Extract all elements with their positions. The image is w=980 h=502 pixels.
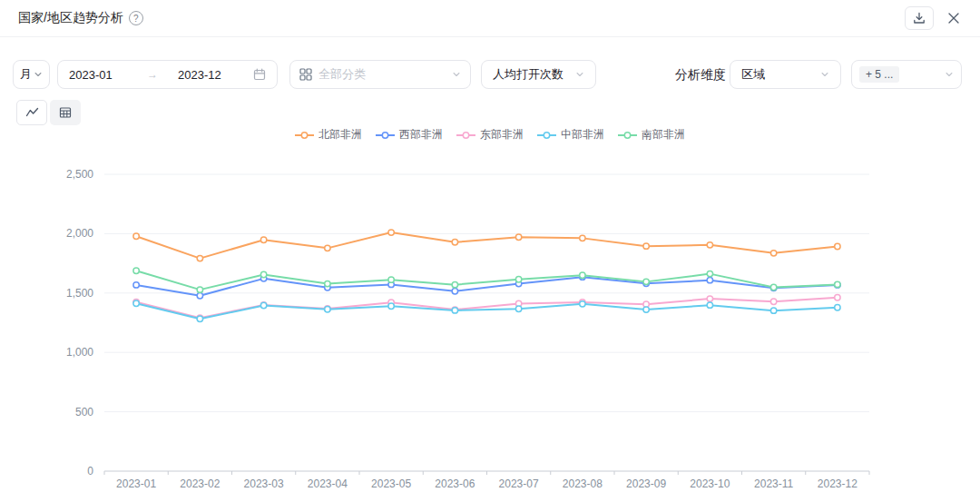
data-point-series-2[interactable] — [770, 299, 776, 304]
data-point-series-1[interactable] — [197, 292, 202, 298]
chevron-down-icon — [575, 70, 584, 79]
legend-item-1[interactable]: 西部非洲 — [376, 127, 443, 143]
y-axis-label: 0 — [87, 465, 93, 477]
y-axis-label: 1,500 — [66, 287, 93, 300]
data-point-series-1[interactable] — [452, 289, 457, 294]
download-icon — [913, 12, 926, 25]
date-range-separator-icon: → — [147, 68, 178, 81]
data-point-series-0[interactable] — [835, 243, 840, 249]
y-axis-label: 2,500 — [66, 168, 93, 181]
x-axis-label: 2023-09 — [626, 477, 666, 490]
data-point-series-4[interactable] — [643, 279, 649, 284]
data-point-series-4[interactable] — [452, 281, 457, 287]
x-axis-label: 2023-07 — [499, 477, 539, 490]
help-icon[interactable]: ? — [129, 11, 143, 25]
x-axis-label: 2023-12 — [818, 477, 858, 490]
trend-analysis-panel: 05001,0001,5002,0002,5002023-012023-0220… — [0, 0, 980, 502]
chart-legend: 北部非洲西部非洲东部非洲中部非洲南部非洲 — [0, 127, 980, 143]
legend-item-3[interactable]: 中部非洲 — [537, 127, 604, 143]
data-point-series-0[interactable] — [388, 230, 394, 235]
data-point-series-2[interactable] — [835, 295, 840, 300]
data-point-series-3[interactable] — [197, 316, 202, 321]
data-point-series-3[interactable] — [580, 301, 585, 307]
data-point-series-0[interactable] — [580, 235, 585, 241]
table-icon — [59, 106, 72, 119]
chevron-down-icon — [820, 70, 829, 79]
data-point-series-0[interactable] — [197, 255, 202, 261]
data-point-series-0[interactable] — [643, 243, 649, 249]
data-point-series-4[interactable] — [580, 272, 585, 278]
x-axis-label: 2023-05 — [371, 477, 411, 490]
table-view-button[interactable] — [50, 100, 81, 125]
category-select[interactable]: 全部分类 — [289, 60, 471, 89]
chevron-down-icon — [452, 70, 461, 79]
data-point-series-4[interactable] — [707, 271, 712, 276]
data-point-series-4[interactable] — [388, 277, 394, 282]
legend-label: 西部非洲 — [399, 127, 443, 143]
data-point-series-3[interactable] — [133, 300, 139, 306]
legend-item-4[interactable]: 南部非洲 — [618, 127, 685, 143]
metric-select[interactable]: 人均打开次数 — [481, 60, 596, 89]
header-actions — [905, 6, 962, 30]
granularity-value: 月 — [20, 66, 32, 83]
data-point-series-0[interactable] — [515, 234, 521, 240]
series-line-0[interactable] — [136, 232, 838, 259]
data-point-series-3[interactable] — [325, 307, 330, 312]
data-point-series-4[interactable] — [835, 281, 840, 287]
data-point-series-3[interactable] — [515, 306, 521, 311]
data-point-series-4[interactable] — [260, 271, 266, 277]
data-point-series-1[interactable] — [133, 282, 139, 288]
legend-item-0[interactable]: 北部非洲 — [295, 127, 362, 143]
download-button[interactable] — [905, 6, 934, 30]
data-point-series-0[interactable] — [452, 240, 457, 245]
date-range-picker[interactable]: 2023-01 → 2023-12 — [57, 60, 278, 89]
legend-marker-icon — [456, 131, 475, 140]
x-axis-label: 2023-06 — [435, 477, 475, 490]
data-point-series-0[interactable] — [770, 251, 776, 256]
data-point-series-0[interactable] — [325, 245, 330, 251]
close-icon[interactable] — [946, 10, 962, 26]
data-point-series-3[interactable] — [388, 303, 394, 309]
line-chart-icon — [25, 106, 39, 119]
legend-label: 中部非洲 — [561, 127, 604, 143]
data-point-series-4[interactable] — [515, 277, 521, 282]
x-axis-label: 2023-08 — [563, 477, 603, 490]
data-point-series-0[interactable] — [133, 233, 139, 239]
view-toggle — [16, 100, 81, 125]
header-divider — [0, 36, 980, 37]
data-point-series-2[interactable] — [707, 296, 712, 301]
legend-marker-icon — [537, 131, 556, 140]
data-point-series-3[interactable] — [452, 308, 457, 313]
data-point-series-3[interactable] — [260, 302, 266, 308]
data-point-series-4[interactable] — [197, 287, 202, 292]
granularity-select[interactable]: 月 — [13, 60, 50, 89]
legend-marker-icon — [618, 131, 637, 140]
category-grid-icon — [299, 68, 312, 81]
chevron-down-icon — [945, 70, 954, 79]
metric-value: 人均打开次数 — [493, 66, 564, 83]
y-axis-label: 2,000 — [66, 227, 93, 240]
line-chart-view-button[interactable] — [16, 100, 47, 125]
data-point-series-4[interactable] — [325, 281, 330, 286]
data-point-series-3[interactable] — [707, 302, 712, 308]
data-point-series-3[interactable] — [835, 305, 840, 310]
legend-label: 北部非洲 — [318, 127, 362, 143]
x-axis-label: 2023-04 — [308, 477, 348, 490]
data-point-series-3[interactable] — [770, 308, 776, 313]
legend-item-2[interactable]: 东部非洲 — [456, 127, 524, 143]
date-range-end: 2023-12 — [178, 68, 253, 82]
selected-count-tag: + 5 ... — [859, 66, 899, 83]
data-point-series-4[interactable] — [133, 268, 139, 273]
data-point-series-1[interactable] — [707, 277, 712, 282]
date-range-start: 2023-01 — [69, 68, 147, 82]
data-point-series-0[interactable] — [707, 242, 712, 248]
panel-header: 国家/地区趋势分析 ? — [0, 0, 980, 36]
data-point-series-4[interactable] — [770, 284, 776, 290]
data-point-series-3[interactable] — [643, 307, 649, 312]
dimension-label: 分析维度 — [675, 60, 726, 89]
region-multiselect[interactable]: + 5 ... — [851, 60, 962, 89]
data-point-series-0[interactable] — [260, 237, 266, 242]
y-axis-label: 1,000 — [66, 346, 93, 359]
dimension-select[interactable]: 区域 — [730, 60, 841, 89]
page-title: 国家/地区趋势分析 — [18, 10, 123, 26]
